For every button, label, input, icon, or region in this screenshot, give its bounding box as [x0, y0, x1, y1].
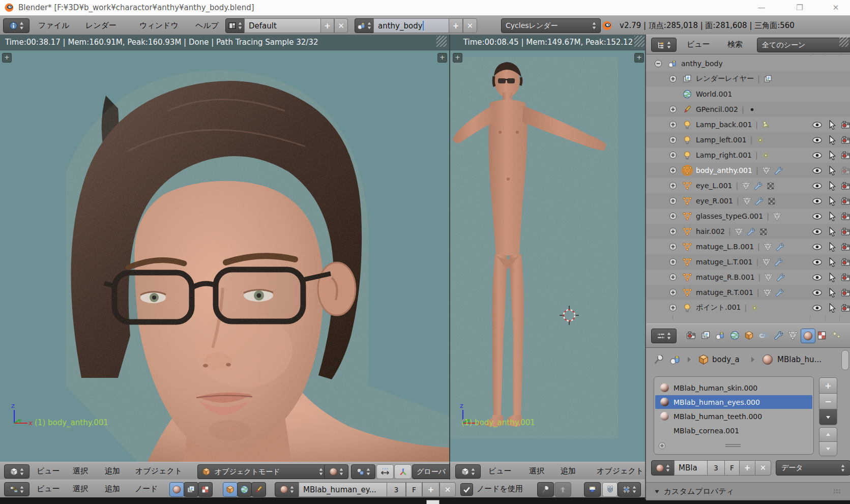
renderability-camera-icon[interactable]: [841, 273, 850, 282]
material-slot-add-button[interactable]: +: [819, 377, 837, 394]
outliner-item-name[interactable]: GPencil.002: [696, 105, 738, 113]
list-resize-grip[interactable]: [725, 444, 741, 445]
material-browse-button[interactable]: [651, 460, 675, 476]
outliner-row[interactable]: レンダーレイヤー|: [646, 71, 850, 86]
outliner-item-name[interactable]: eye_L.001: [696, 182, 732, 190]
viewport-3d-right[interactable]: Time:00:08.45 | Mem:149.67M, Peak:152.12…: [449, 35, 646, 462]
editor-type-button-outliner[interactable]: [651, 38, 677, 52]
visibility-eye-icon[interactable]: [812, 120, 822, 130]
outliner-row[interactable]: Lamp_left.001|: [646, 132, 850, 147]
outliner-row[interactable]: eye_R.001|: [646, 193, 850, 209]
expand-toggle-icon[interactable]: [669, 288, 677, 297]
renderability-camera-icon[interactable]: [841, 257, 850, 267]
menu-node[interactable]: ノード: [135, 480, 158, 498]
visibility-eye-icon[interactable]: [812, 151, 822, 160]
material-users-button[interactable]: 3: [387, 482, 406, 497]
breadcrumb-material[interactable]: MBlab_hu...: [777, 355, 822, 364]
material-unlink-button[interactable]: ✕: [755, 460, 771, 476]
region-expand-button[interactable]: +: [437, 53, 447, 63]
scene-delete-button[interactable]: ✕: [463, 18, 477, 33]
selectability-arrow-icon[interactable]: [828, 273, 837, 282]
outliner-item-name[interactable]: Lamp_right.001: [696, 151, 752, 159]
snap-toggle[interactable]: [602, 482, 618, 497]
add-slot-icon[interactable]: [658, 442, 666, 450]
outliner-row[interactable]: hair.002|: [646, 224, 850, 239]
selectability-arrow-icon[interactable]: [828, 257, 837, 267]
visibility-eye-icon[interactable]: [812, 303, 822, 313]
outliner-row[interactable]: ポイント.001|: [646, 300, 850, 315]
outliner-item-name[interactable]: eye_R.001: [696, 197, 733, 205]
editor-type-button-3dview[interactable]: [4, 464, 30, 479]
renderability-camera-icon[interactable]: [841, 227, 850, 236]
shader-type-world-button[interactable]: [237, 482, 252, 497]
visibility-eye-icon[interactable]: [812, 196, 822, 206]
outliner-row[interactable]: matuge_R.T.001|: [646, 285, 850, 300]
viewport-3d-left[interactable]: Time:00:38.17 | Mem:160.91M, Peak:160.93…: [0, 35, 449, 462]
outliner-row[interactable]: body_anthy.001|: [646, 163, 850, 178]
material-link-dropdown[interactable]: データ: [776, 460, 850, 476]
menu-window[interactable]: ウィンドウ: [139, 16, 179, 35]
custom-properties-panel-header[interactable]: カスタムプロパティ: [646, 482, 850, 500]
selectability-arrow-icon[interactable]: [828, 303, 837, 313]
outliner-item-name[interactable]: matuge_R.T.001: [696, 288, 753, 297]
outliner-row[interactable]: glasses_typeG.001|: [646, 209, 850, 224]
breadcrumb-object[interactable]: body_a: [712, 355, 740, 364]
tree-type-shader-button[interactable]: [169, 482, 184, 497]
transform-orientation-dropdown[interactable]: グローバ: [412, 464, 449, 479]
renderability-camera-icon[interactable]: [841, 242, 850, 252]
material-slot-move-down-button[interactable]: [819, 441, 837, 456]
material-browse-button[interactable]: [275, 482, 299, 497]
expand-toggle-icon[interactable]: [669, 304, 677, 312]
outliner-row[interactable]: anthy_body: [646, 56, 850, 71]
outliner-item-name[interactable]: matuge_L.B.001: [696, 243, 754, 251]
material-slot-move-up-button[interactable]: [819, 427, 837, 442]
shader-type-linestyle-button[interactable]: [251, 482, 266, 497]
viewport-shading-dropdown[interactable]: [324, 464, 348, 479]
material-add-button[interactable]: +: [739, 460, 755, 476]
outliner-item-name[interactable]: anthy_body: [681, 60, 723, 68]
screen-layout-delete-button[interactable]: ✕: [334, 18, 348, 33]
selectability-arrow-icon[interactable]: [828, 181, 837, 191]
expand-toggle-icon[interactable]: [669, 212, 677, 220]
visibility-eye-icon[interactable]: [812, 273, 822, 282]
visibility-eye-icon[interactable]: [812, 135, 822, 145]
region-corner-handle[interactable]: [634, 36, 644, 47]
editor-type-button-info[interactable]: [3, 18, 30, 33]
material-slot-name[interactable]: MBlab_human_skin.000: [673, 384, 757, 392]
material-name-field[interactable]: MBlab_human_ey...: [299, 482, 395, 497]
visibility-eye-icon[interactable]: [812, 288, 822, 298]
properties-tab-constraints[interactable]: [757, 329, 771, 342]
outliner-item-name[interactable]: ポイント.001: [696, 303, 741, 312]
go-to-parent-button[interactable]: [554, 482, 571, 497]
minimize-button[interactable]: —: [750, 0, 773, 15]
display-filter-dropdown[interactable]: 全てのシーン: [757, 38, 850, 52]
orientation-axis-button[interactable]: [394, 464, 412, 479]
screen-layout-name-field[interactable]: Default: [244, 18, 329, 33]
panel-drag-grip[interactable]: [833, 489, 841, 494]
menu-add[interactable]: 追加: [561, 462, 576, 480]
outliner-row[interactable]: matuge_L.B.001|: [646, 239, 850, 254]
material-slot-row[interactable]: MBlab_human_skin.000: [655, 381, 812, 395]
expand-toggle-icon[interactable]: [669, 121, 677, 129]
selectability-arrow-icon[interactable]: [828, 151, 837, 160]
expand-toggle-icon[interactable]: [669, 258, 677, 266]
mode-dropdown[interactable]: オブジェクトモード: [197, 464, 328, 479]
snap-element-dropdown[interactable]: [618, 482, 641, 497]
menu-view[interactable]: ビュー: [488, 462, 512, 480]
collapse-toggle-icon[interactable]: [654, 60, 662, 68]
screen-layout-browse-button[interactable]: [225, 18, 245, 33]
fake-user-button[interactable]: F: [724, 460, 740, 476]
menu-select[interactable]: 選択: [73, 480, 88, 498]
material-specials-dropdown[interactable]: [819, 409, 837, 425]
properties-tab-render-layers[interactable]: [699, 329, 713, 342]
menu-object[interactable]: オブジェクト: [135, 462, 182, 480]
outliner-item-name[interactable]: Lamp_back.001: [696, 121, 752, 129]
properties-tab-render[interactable]: [684, 329, 698, 342]
outliner-row[interactable]: World.001: [646, 86, 850, 102]
outliner-item-name[interactable]: matuge_L.T.001: [696, 258, 752, 266]
selectability-arrow-icon[interactable]: [828, 227, 837, 236]
editor-type-button-node[interactable]: [4, 482, 30, 496]
menu-view[interactable]: ビュー: [687, 35, 710, 54]
properties-scrollbar[interactable]: [841, 350, 849, 370]
material-add-button[interactable]: +: [422, 482, 439, 497]
